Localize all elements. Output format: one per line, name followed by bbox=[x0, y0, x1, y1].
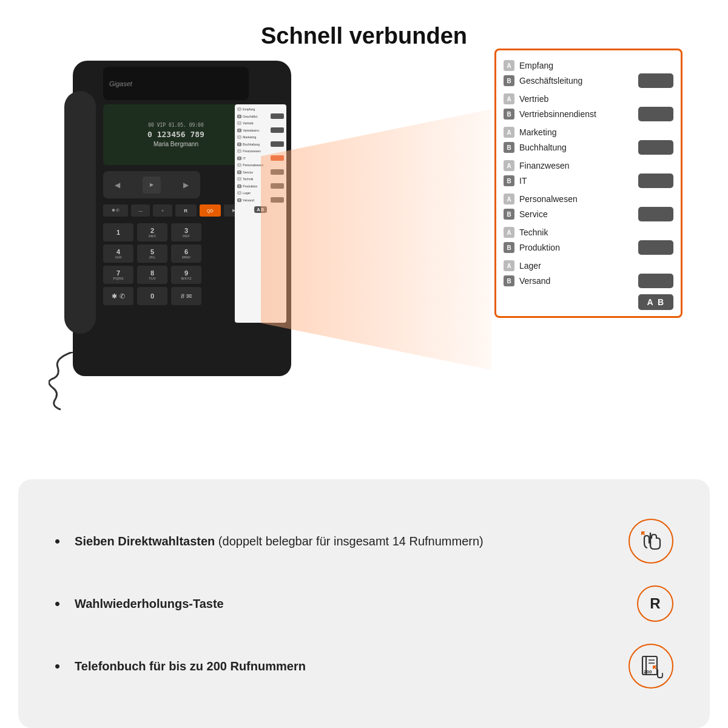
dir-group-7: A Lager B Versand bbox=[504, 259, 673, 289]
dir-entry: Buchhaltung bbox=[519, 143, 638, 152]
bottom-section: • Sieben Direktwahltasten (doppelt beleg… bbox=[18, 479, 710, 728]
top-section: Schnell verbunden Gigaset 00 VIP 01.05. … bbox=[0, 0, 728, 479]
feature-text-2: Wahlwiederholungs-Taste bbox=[75, 597, 622, 611]
dir-group-1: A Empfang B Geschäftsleitung bbox=[504, 59, 673, 89]
dir-speed-btn[interactable] bbox=[638, 274, 673, 288]
brand-logo: Gigaset bbox=[109, 80, 132, 87]
function-row: ✱ ✆ — + R QD ▶ ⏸ bbox=[103, 204, 249, 217]
ab-badge-row: A B bbox=[504, 294, 673, 310]
screen-status: 00 VIP 01.05. 09:00 bbox=[148, 123, 204, 128]
dir-entry: Vertriebsinnendienst bbox=[519, 109, 638, 119]
dir-group-4: A Finanzwesen B IT bbox=[504, 159, 673, 189]
dir-entry: Finanzwesen bbox=[519, 161, 673, 170]
dir-entry: Lager bbox=[519, 261, 673, 271]
phonebook-icon: 200 bbox=[638, 653, 664, 679]
dir-entry: Produktion bbox=[519, 243, 638, 252]
dir-group-3: A Marketing B Buchhaltung bbox=[504, 126, 673, 156]
dir-entry: Vertrieb bbox=[519, 94, 673, 104]
phone-screen: 00 VIP 01.05. 09:00 0 123456 789 Maria B… bbox=[103, 104, 249, 165]
keypad: 1 2ABC 3DEF 4GHI 5JKL 6MNO 7PQRS 8TUV 9W… bbox=[103, 223, 209, 305]
dir-speed-btn[interactable] bbox=[638, 107, 673, 121]
page-title: Schnell verbunden bbox=[0, 0, 728, 49]
phone-handset bbox=[64, 91, 96, 334]
nav-cluster: ◀ ▶ ▶ bbox=[103, 171, 200, 198]
dir-entry: Personalwesen bbox=[519, 194, 673, 204]
screen-name: Maria Bergmann bbox=[153, 141, 198, 147]
dir-speed-btn[interactable] bbox=[638, 140, 673, 155]
dir-speed-btn[interactable] bbox=[638, 174, 673, 188]
dir-group-5: A Personalwesen B Service bbox=[504, 192, 673, 223]
dir-entry-service: Service bbox=[519, 209, 638, 219]
feature-redial: • Wahlwiederholungs-Taste R bbox=[55, 585, 673, 622]
phone-body: Gigaset 00 VIP 01.05. 09:00 0 123456 789… bbox=[73, 61, 291, 376]
phonebook-icon-circle: 200 bbox=[629, 644, 673, 689]
feature-text-1: Sieben Direktwahltasten (doppelt belegba… bbox=[75, 534, 614, 548]
fast-dial-panel: A Empfang B Geschäftsl. A Vertrieb B bbox=[235, 104, 286, 323]
bullet-3: • bbox=[55, 657, 60, 676]
dir-entry: Technik bbox=[519, 228, 673, 237]
r-key-small[interactable]: R bbox=[184, 208, 187, 214]
dir-speed-btn[interactable] bbox=[638, 240, 673, 255]
dir-speed-btn[interactable] bbox=[638, 73, 673, 88]
dir-entry: IT bbox=[519, 176, 638, 186]
touch-icon-circle bbox=[629, 519, 673, 564]
dir-speed-btn[interactable] bbox=[638, 207, 673, 221]
r-key-circle: R bbox=[637, 585, 673, 622]
phone-illustration: Gigaset 00 VIP 01.05. 09:00 0 123456 789… bbox=[42, 61, 315, 425]
r-key-label: R bbox=[650, 595, 660, 612]
directory-panel: A Empfang B Geschäftsleitung A Vertrieb … bbox=[494, 49, 682, 318]
finger-touch-icon bbox=[638, 528, 664, 554]
screen-number: 0 123456 789 bbox=[147, 130, 204, 139]
svg-text:200: 200 bbox=[644, 669, 652, 675]
feature-text-3: Telefonbuch für bis zu 200 Rufnummern bbox=[75, 659, 614, 673]
dir-entry: Marketing bbox=[519, 127, 673, 137]
bullet-1: • bbox=[55, 532, 60, 551]
dir-group-2: A Vertrieb B Vertriebsinnendienst bbox=[504, 92, 673, 123]
feature-phonebook: • Telefonbuch für bis zu 200 Rufnummern … bbox=[55, 644, 673, 689]
dir-group-6: A Technik B Produktion bbox=[504, 226, 673, 256]
bullet-2: • bbox=[55, 595, 60, 613]
ab-badge[interactable]: A B bbox=[638, 294, 673, 310]
dir-entry: Versand bbox=[519, 276, 638, 286]
dir-entry: Geschäftsleitung bbox=[519, 76, 638, 86]
dir-entry: Empfang bbox=[519, 61, 638, 70]
feature-direct-dial: • Sieben Direktwahltasten (doppelt beleg… bbox=[55, 519, 673, 564]
